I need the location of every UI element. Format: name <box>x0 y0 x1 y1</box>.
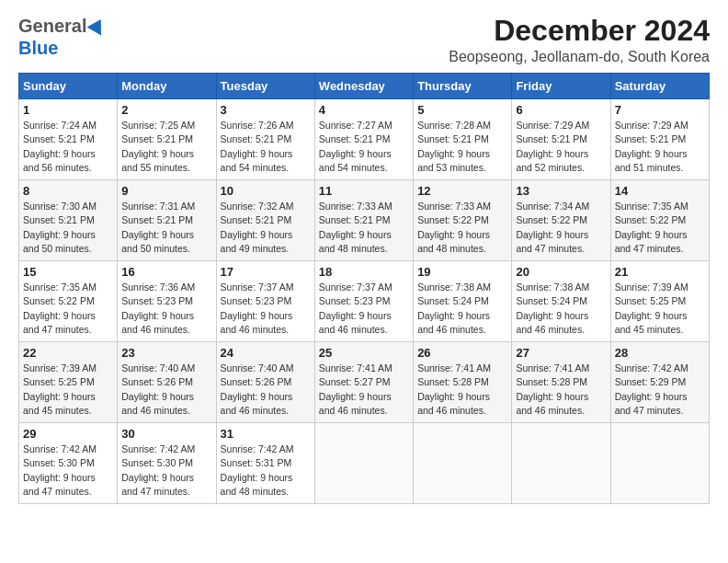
calendar-week-4: 22Sunrise: 7:39 AMSunset: 5:25 PMDayligh… <box>19 342 710 423</box>
calendar-cell <box>414 423 512 504</box>
calendar-cell: 16Sunrise: 7:36 AMSunset: 5:23 PMDayligh… <box>118 261 216 342</box>
cell-info: Sunrise: 7:37 AMSunset: 5:23 PMDaylight:… <box>319 282 392 335</box>
calendar-cell: 31Sunrise: 7:42 AMSunset: 5:31 PMDayligh… <box>216 423 314 504</box>
day-number: 4 <box>319 103 409 117</box>
cell-info: Sunrise: 7:29 AMSunset: 5:21 PMDaylight:… <box>516 120 589 173</box>
calendar-table: SundayMondayTuesdayWednesdayThursdayFrid… <box>18 73 710 504</box>
cell-info: Sunrise: 7:42 AMSunset: 5:29 PMDaylight:… <box>615 362 688 416</box>
column-header-friday: Friday <box>512 74 610 99</box>
day-number: 5 <box>417 103 507 117</box>
calendar-week-3: 15Sunrise: 7:35 AMSunset: 5:22 PMDayligh… <box>19 261 710 342</box>
calendar-cell: 13Sunrise: 7:34 AMSunset: 5:22 PMDayligh… <box>512 180 610 261</box>
day-number: 14 <box>615 184 705 198</box>
calendar-cell: 25Sunrise: 7:41 AMSunset: 5:27 PMDayligh… <box>314 342 413 423</box>
cell-info: Sunrise: 7:35 AMSunset: 5:22 PMDaylight:… <box>23 282 97 335</box>
cell-info: Sunrise: 7:41 AMSunset: 5:28 PMDaylight:… <box>417 362 491 416</box>
day-number: 19 <box>417 265 507 279</box>
calendar-cell: 9Sunrise: 7:31 AMSunset: 5:21 PMDaylight… <box>118 180 216 261</box>
cell-info: Sunrise: 7:40 AMSunset: 5:26 PMDaylight:… <box>221 362 294 416</box>
calendar-cell: 23Sunrise: 7:40 AMSunset: 5:26 PMDayligh… <box>118 342 216 423</box>
day-number: 31 <box>221 427 311 441</box>
calendar-cell: 6Sunrise: 7:29 AMSunset: 5:21 PMDaylight… <box>512 99 610 180</box>
day-number: 12 <box>417 184 507 198</box>
day-number: 28 <box>615 346 705 360</box>
day-number: 18 <box>319 265 409 279</box>
calendar-cell: 20Sunrise: 7:38 AMSunset: 5:24 PMDayligh… <box>512 261 610 342</box>
calendar-cell: 26Sunrise: 7:41 AMSunset: 5:28 PMDayligh… <box>414 342 512 423</box>
calendar-cell: 5Sunrise: 7:28 AMSunset: 5:21 PMDaylight… <box>414 99 512 180</box>
column-header-saturday: Saturday <box>610 74 709 99</box>
day-number: 26 <box>417 346 507 360</box>
calendar-cell: 1Sunrise: 7:24 AMSunset: 5:21 PMDaylight… <box>19 99 118 180</box>
cell-info: Sunrise: 7:30 AMSunset: 5:21 PMDaylight:… <box>23 201 97 254</box>
day-number: 25 <box>319 346 409 360</box>
calendar-cell: 29Sunrise: 7:42 AMSunset: 5:30 PMDayligh… <box>19 423 118 504</box>
cell-info: Sunrise: 7:41 AMSunset: 5:27 PMDaylight:… <box>319 362 392 416</box>
day-number: 9 <box>121 184 211 198</box>
calendar-cell: 17Sunrise: 7:37 AMSunset: 5:23 PMDayligh… <box>216 261 314 342</box>
calendar-cell: 22Sunrise: 7:39 AMSunset: 5:25 PMDayligh… <box>19 342 118 423</box>
calendar-cell: 14Sunrise: 7:35 AMSunset: 5:22 PMDayligh… <box>610 180 709 261</box>
day-number: 2 <box>121 103 211 117</box>
calendar-cell: 30Sunrise: 7:42 AMSunset: 5:30 PMDayligh… <box>118 423 216 504</box>
day-number: 7 <box>615 103 705 117</box>
cell-info: Sunrise: 7:42 AMSunset: 5:30 PMDaylight:… <box>121 443 195 497</box>
calendar-cell: 19Sunrise: 7:38 AMSunset: 5:24 PMDayligh… <box>414 261 512 342</box>
title-block: December 2024 Beopseong, Jeollanam-do, S… <box>449 15 710 65</box>
calendar-cell: 4Sunrise: 7:27 AMSunset: 5:21 PMDaylight… <box>314 99 413 180</box>
day-number: 22 <box>23 346 113 360</box>
day-number: 16 <box>121 265 211 279</box>
day-number: 29 <box>23 427 113 441</box>
cell-info: Sunrise: 7:38 AMSunset: 5:24 PMDaylight:… <box>417 282 491 335</box>
calendar-cell: 3Sunrise: 7:26 AMSunset: 5:21 PMDaylight… <box>216 99 314 180</box>
month-title: December 2024 <box>449 15 710 47</box>
cell-info: Sunrise: 7:31 AMSunset: 5:21 PMDaylight:… <box>121 201 195 254</box>
calendar-cell: 21Sunrise: 7:39 AMSunset: 5:25 PMDayligh… <box>610 261 709 342</box>
cell-info: Sunrise: 7:32 AMSunset: 5:21 PMDaylight:… <box>221 201 294 254</box>
calendar-cell: 7Sunrise: 7:29 AMSunset: 5:21 PMDaylight… <box>610 99 709 180</box>
logo: General Blue <box>18 15 106 59</box>
column-header-tuesday: Tuesday <box>216 74 314 99</box>
cell-info: Sunrise: 7:33 AMSunset: 5:21 PMDaylight:… <box>319 201 392 254</box>
cell-info: Sunrise: 7:42 AMSunset: 5:31 PMDaylight:… <box>221 443 294 497</box>
calendar-week-1: 1Sunrise: 7:24 AMSunset: 5:21 PMDaylight… <box>19 99 710 180</box>
calendar-cell <box>314 423 413 504</box>
cell-info: Sunrise: 7:40 AMSunset: 5:26 PMDaylight:… <box>121 362 195 416</box>
day-number: 11 <box>319 184 409 198</box>
cell-info: Sunrise: 7:28 AMSunset: 5:21 PMDaylight:… <box>417 120 491 173</box>
day-number: 21 <box>615 265 705 279</box>
calendar-cell: 2Sunrise: 7:25 AMSunset: 5:21 PMDaylight… <box>118 99 216 180</box>
column-header-wednesday: Wednesday <box>314 74 413 99</box>
day-number: 6 <box>516 103 606 117</box>
location-title: Beopseong, Jeollanam-do, South Korea <box>449 49 710 65</box>
logo-icon <box>87 15 108 35</box>
calendar-cell: 28Sunrise: 7:42 AMSunset: 5:29 PMDayligh… <box>610 342 709 423</box>
calendar-cell: 15Sunrise: 7:35 AMSunset: 5:22 PMDayligh… <box>19 261 118 342</box>
cell-info: Sunrise: 7:41 AMSunset: 5:28 PMDaylight:… <box>516 362 589 416</box>
cell-info: Sunrise: 7:29 AMSunset: 5:21 PMDaylight:… <box>615 120 688 173</box>
day-number: 20 <box>516 265 606 279</box>
calendar-week-2: 8Sunrise: 7:30 AMSunset: 5:21 PMDaylight… <box>19 180 710 261</box>
cell-info: Sunrise: 7:33 AMSunset: 5:22 PMDaylight:… <box>417 201 491 254</box>
day-number: 27 <box>516 346 606 360</box>
calendar-cell: 18Sunrise: 7:37 AMSunset: 5:23 PMDayligh… <box>314 261 413 342</box>
cell-info: Sunrise: 7:39 AMSunset: 5:25 PMDaylight:… <box>23 362 97 416</box>
day-number: 23 <box>121 346 211 360</box>
cell-info: Sunrise: 7:36 AMSunset: 5:23 PMDaylight:… <box>121 282 195 335</box>
logo-blue-text: Blue <box>18 37 58 59</box>
cell-info: Sunrise: 7:37 AMSunset: 5:23 PMDaylight:… <box>221 282 294 335</box>
calendar-week-5: 29Sunrise: 7:42 AMSunset: 5:30 PMDayligh… <box>19 423 710 504</box>
cell-info: Sunrise: 7:39 AMSunset: 5:25 PMDaylight:… <box>615 282 688 335</box>
calendar-cell: 12Sunrise: 7:33 AMSunset: 5:22 PMDayligh… <box>414 180 512 261</box>
cell-info: Sunrise: 7:25 AMSunset: 5:21 PMDaylight:… <box>121 120 195 173</box>
cell-info: Sunrise: 7:26 AMSunset: 5:21 PMDaylight:… <box>221 120 294 173</box>
day-number: 15 <box>23 265 113 279</box>
day-number: 13 <box>516 184 606 198</box>
day-number: 1 <box>23 103 113 117</box>
day-number: 17 <box>221 265 311 279</box>
calendar-cell <box>512 423 610 504</box>
cell-info: Sunrise: 7:34 AMSunset: 5:22 PMDaylight:… <box>516 201 589 254</box>
calendar-cell: 27Sunrise: 7:41 AMSunset: 5:28 PMDayligh… <box>512 342 610 423</box>
cell-info: Sunrise: 7:27 AMSunset: 5:21 PMDaylight:… <box>319 120 392 173</box>
column-header-monday: Monday <box>118 74 216 99</box>
